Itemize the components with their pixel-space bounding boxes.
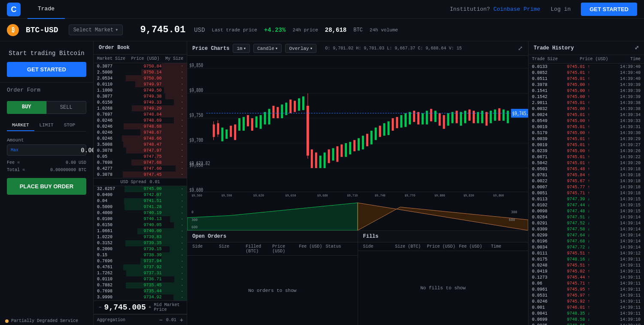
svg-rect-27 bbox=[260, 115, 262, 129]
th-trade-row: 0.0113 9747.39 ↓ 14:39:15 bbox=[529, 196, 644, 202]
th-trade-size: 0.0133 bbox=[532, 64, 558, 69]
th-trade-size: 2.9011 bbox=[532, 101, 558, 105]
th-trade-row: 0.5042 9745.01 ↑ 14:39:20 bbox=[529, 160, 644, 166]
ob-ask-price: 9748.84 bbox=[134, 112, 162, 117]
usd-spread-value: 0.01 bbox=[150, 180, 160, 184]
ob-bid-row: 0.0100 9740.13 - bbox=[94, 216, 187, 222]
th-trade-size: 0.0051 bbox=[532, 191, 558, 196]
ob-bid-row: 0.04 9741.51 - bbox=[94, 198, 187, 204]
th-trade-row: 0.1542 9745.00 ↑ 14:39:39 bbox=[529, 94, 644, 100]
ob-asks-scroll[interactable]: 0.3077 9750.84 - 2.5000 9750.14 - 2.0534… bbox=[94, 63, 187, 178]
tab-limit[interactable]: LIMIT bbox=[34, 120, 59, 131]
place-buy-order-button[interactable]: PLACE BUY ORDER bbox=[7, 178, 86, 195]
ob-ask-row: 1.1000 9749.50 - bbox=[94, 87, 187, 93]
svg-rect-42 bbox=[319, 156, 322, 168]
sell-tab[interactable]: SELL bbox=[46, 101, 87, 114]
ob-ask-size: 0.6150 bbox=[97, 100, 121, 105]
svg-rect-19 bbox=[225, 129, 228, 139]
th-trade-time: 14:39:14 bbox=[611, 245, 641, 250]
th-trade-time: 14:39:14 bbox=[611, 233, 641, 238]
amount-max-button[interactable]: Max bbox=[11, 148, 18, 153]
th-trade-price: 9745.01 ↑ bbox=[567, 161, 601, 166]
th-trade-price: 9745.71 ↑ bbox=[567, 191, 601, 196]
ob-ask-size: 0.05 bbox=[97, 154, 121, 159]
chart-timeframe-dropdown[interactable]: 1m ▾ bbox=[233, 44, 250, 53]
chart-canvas[interactable]: $9,850 $9,800 $9,750 $9,700 $9,650 $9,60… bbox=[187, 56, 528, 230]
aggregation-plus-button[interactable]: + bbox=[180, 316, 183, 323]
get-started-button[interactable]: GET STARTED bbox=[7, 62, 86, 77]
trade-history-scroll[interactable]: 0.0133 9745.01 ↑ 14:39:40 0.0852 9745.01… bbox=[529, 64, 644, 325]
select-market-dropdown[interactable]: Select Market ▾ bbox=[69, 25, 123, 35]
th-trade-row: 0.0852 9745.01 ↑ 14:39:40 bbox=[529, 70, 644, 76]
buy-tab[interactable]: BUY bbox=[7, 101, 46, 114]
amount-input[interactable] bbox=[18, 147, 95, 153]
nav-tab-trade[interactable]: Trade bbox=[27, 0, 65, 19]
th-trade-price: 9748.66 ↓ bbox=[567, 323, 601, 325]
th-trade-size: 0.0024 bbox=[532, 113, 558, 117]
ticker-price: 9,745.01 bbox=[140, 25, 185, 35]
th-trade-size: 0.0034 bbox=[532, 245, 558, 250]
ob-bid-row: 0.7698 9735.44 - bbox=[94, 288, 187, 294]
ob-bid-row: 0.7696 9737.94 - bbox=[94, 258, 187, 264]
th-col-price: Price (USD) bbox=[580, 57, 608, 61]
mid-market-plus[interactable]: + bbox=[149, 305, 152, 310]
svg-rect-78 bbox=[473, 111, 475, 123]
nav-right: Institution? Coinbase Prime Log in GET S… bbox=[450, 3, 637, 16]
fills-empty: No fills to show bbox=[358, 251, 529, 325]
ob-ask-row: 0.0246 9748.66 - bbox=[94, 135, 187, 141]
th-trade-row: 0.0291 9747.52 ↓ 14:39:14 bbox=[529, 220, 644, 226]
chart-type-dropdown[interactable]: Candle ▾ bbox=[253, 44, 282, 53]
th-trade-price: 9747.51 ↓ bbox=[567, 215, 601, 220]
ob-bid-row: 1.0220 9739.83 - bbox=[94, 234, 187, 240]
svg-rect-44 bbox=[328, 150, 330, 163]
mid-market-minus[interactable]: − bbox=[99, 305, 102, 310]
ob-bid-price: 9739.15 bbox=[134, 247, 162, 251]
svg-text:$9,560: $9,560 bbox=[191, 194, 202, 197]
th-trade-time: 14:39:14 bbox=[611, 239, 641, 244]
th-trade-row: 0.0419 9745.02 ↑ 14:39:11 bbox=[529, 268, 644, 274]
svg-rect-66 bbox=[422, 113, 424, 124]
chart-overlay-dropdown[interactable]: Overlay ▾ bbox=[285, 44, 316, 53]
svg-rect-53 bbox=[366, 134, 368, 146]
svg-text:$9,590: $9,590 bbox=[221, 194, 232, 197]
svg-rect-24 bbox=[247, 115, 249, 126]
th-trade-price: 9745.97 ↑ bbox=[567, 293, 601, 298]
aggregation-minus-button[interactable]: − bbox=[159, 316, 163, 323]
nav-logo: C bbox=[7, 3, 21, 16]
svg-rect-68 bbox=[430, 109, 432, 121]
tab-market[interactable]: MARKET bbox=[7, 120, 34, 131]
th-trade-row: 0.0511 9745.01 ↑ 14:39:40 bbox=[529, 76, 644, 82]
bottom-panels: Open Orders Side Size Filled (BTC) Price… bbox=[187, 230, 528, 325]
th-trade-size: 0.0549 bbox=[532, 119, 558, 123]
svg-rect-28 bbox=[264, 112, 266, 125]
nav-login[interactable]: Log in bbox=[550, 6, 571, 12]
btc-icon: ₿ bbox=[7, 24, 19, 36]
th-trade-time: 14:39:11 bbox=[611, 287, 641, 292]
ob-ask-size: 0.3077 bbox=[97, 94, 121, 99]
th-trade-row: 0.0309 9747.58 ↓ 14:39:14 bbox=[529, 226, 644, 232]
ob-bid-price: 9738.39 bbox=[134, 253, 162, 258]
coinbase-prime-link[interactable]: Coinbase Prime bbox=[493, 6, 540, 12]
th-trade-row: 0.0961 9745.95 ↑ 14:39:11 bbox=[529, 286, 644, 292]
aggregation-value: 0.01 bbox=[166, 318, 176, 322]
expand-chart-button[interactable]: ⤢ bbox=[518, 45, 523, 52]
th-trade-size: 0.0175 bbox=[532, 257, 558, 262]
th-trade-price: 9746.01 ↑ bbox=[567, 305, 601, 310]
th-trade-row: 0.0699 9748.58 ↓ 14:39:10 bbox=[529, 316, 644, 322]
ob-bids-scroll[interactable]: 32.6257 9745.00 - 0.0400 9742.07 - 0.04 … bbox=[94, 186, 187, 301]
svg-rect-20 bbox=[230, 126, 232, 137]
svg-text:$9,745.01: $9,745.01 bbox=[512, 110, 528, 117]
th-trade-size: 0.06 bbox=[532, 281, 558, 286]
total-value: 0.00000000 BTC bbox=[50, 168, 86, 172]
fee-row: Fee ≈ 0.00 USD bbox=[0, 159, 93, 166]
tab-stop[interactable]: STOP bbox=[59, 120, 80, 131]
th-trade-size: 0.1542 bbox=[532, 95, 558, 99]
th-trade-row: 0.5179 9745.00 ↑ 14:39:30 bbox=[529, 130, 644, 136]
svg-rect-46 bbox=[336, 146, 338, 162]
th-trade-size: 0.0022 bbox=[532, 179, 558, 184]
th-trade-price: 9745.00 ↑ bbox=[567, 149, 601, 153]
th-trade-time: 14:39:34 bbox=[611, 113, 641, 117]
expand-trade-history-button[interactable]: ⤢ bbox=[635, 45, 639, 51]
ticker-last-trade-label: Last trade price bbox=[212, 28, 257, 33]
nav-get-started-button[interactable]: GET STARTED bbox=[581, 3, 637, 16]
